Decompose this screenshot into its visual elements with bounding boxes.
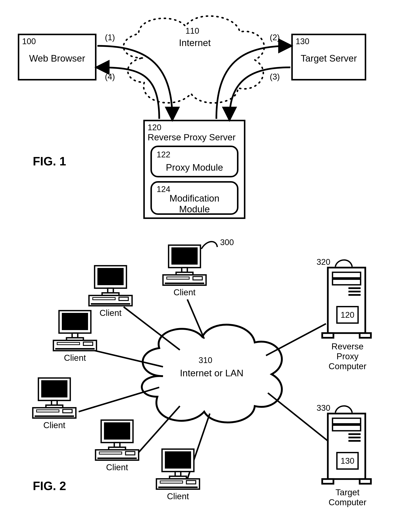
svg-line-3 xyxy=(79,387,159,412)
client-label: Client xyxy=(60,353,90,363)
client-ref-300: 300 xyxy=(220,238,234,247)
client-label: Client xyxy=(96,308,125,318)
svg-line-2 xyxy=(92,350,163,367)
client-computer-icon xyxy=(96,420,140,463)
proxy-inner-ref-box: 120 xyxy=(336,306,359,324)
proxy-computer-label: Reverse Proxy Computer xyxy=(326,342,369,371)
client-label: Client xyxy=(39,420,69,430)
fig2-title: FIG. 2 xyxy=(33,479,66,493)
client-label: Client xyxy=(170,287,199,297)
client-label: Client xyxy=(163,491,193,501)
svg-line-1 xyxy=(124,307,180,350)
target-ref-330: 330 xyxy=(317,403,330,413)
client-computer-icon xyxy=(33,378,78,421)
client-computer-icon xyxy=(157,449,201,492)
svg-line-6 xyxy=(266,324,326,355)
client-computer-icon xyxy=(53,311,98,354)
ref-leader-icon xyxy=(334,256,358,271)
svg-line-0 xyxy=(187,299,204,339)
ref-leader-icon xyxy=(199,238,222,253)
server-tower-icon xyxy=(322,268,373,341)
target-inner-ref: 130 xyxy=(340,456,354,466)
proxy-inner-ref: 120 xyxy=(340,310,354,320)
ref-leader-icon xyxy=(334,402,358,417)
client-label: Client xyxy=(102,462,132,472)
target-inner-ref-box: 130 xyxy=(336,452,359,470)
target-computer-label: Target Computer xyxy=(326,488,369,507)
server-tower-icon xyxy=(322,413,373,487)
proxy-ref-320: 320 xyxy=(317,257,330,267)
client-computer-icon xyxy=(89,266,134,309)
